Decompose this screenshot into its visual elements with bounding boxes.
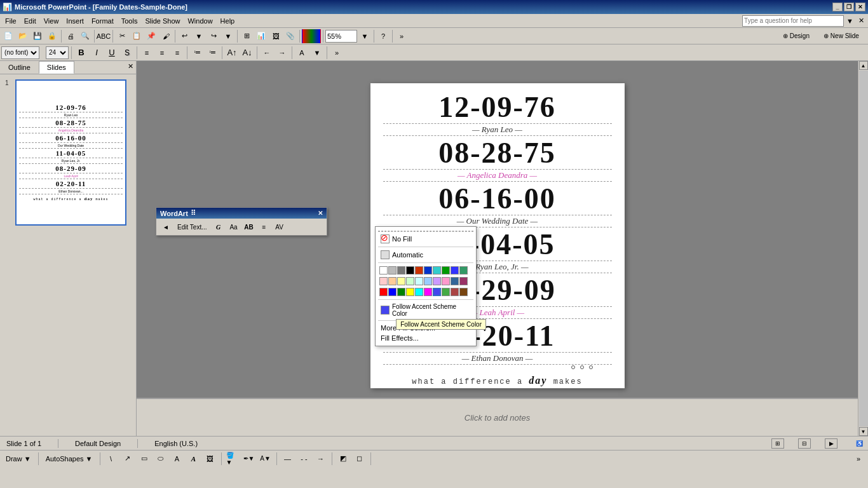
minimize-button[interactable]: _ <box>832 3 843 11</box>
menu-tools[interactable]: Tools <box>118 16 142 26</box>
scolor-2[interactable] <box>388 277 397 285</box>
preview-button[interactable]: 🔍 <box>78 29 92 43</box>
wordart-gallery-button[interactable]: G <box>212 220 226 233</box>
insert-picture-button[interactable]: 🖼 <box>269 29 283 43</box>
color-blue2[interactable] <box>451 266 459 274</box>
bold-button[interactable]: B <box>74 46 88 60</box>
save-button[interactable]: 💾 <box>31 29 44 43</box>
slide-thumbnail[interactable]: 12-09-76 Ryan Leo 08-28-75 Angelica Dean… <box>15 79 126 226</box>
font-color-btn2[interactable]: A▼ <box>259 452 273 466</box>
new-slide-button[interactable]: ⊕ New Slide <box>816 29 867 43</box>
acolor-10[interactable] <box>459 288 468 296</box>
clipart-tool[interactable]: 🖼 <box>203 452 217 466</box>
textbox-tool[interactable]: A <box>170 452 184 466</box>
acolor-2[interactable] <box>388 288 397 296</box>
expand-button[interactable]: » <box>851 452 865 466</box>
notes-area[interactable]: Click to add notes <box>137 398 858 436</box>
scolor-9[interactable] <box>451 277 459 285</box>
menu-format[interactable]: Format <box>88 16 118 26</box>
view-slidesorter-button[interactable]: ⊟ <box>798 438 811 449</box>
font-size-select[interactable]: 24 <box>46 46 69 59</box>
scolor-3[interactable] <box>397 277 405 285</box>
line-style-button[interactable]: — <box>281 452 295 466</box>
help-close-icon[interactable]: ✕ <box>858 17 864 25</box>
acolor-1[interactable] <box>379 288 388 296</box>
draw-button[interactable]: Draw ▼ <box>3 454 34 464</box>
paste-button[interactable]: 📌 <box>144 29 158 43</box>
undo-arrow-button[interactable]: ▼ <box>192 29 206 43</box>
wordart-close-button[interactable]: ✕ <box>318 210 323 217</box>
menu-window[interactable]: Window <box>184 16 216 26</box>
scolor-8[interactable] <box>442 277 450 285</box>
scolor-10[interactable] <box>459 277 468 285</box>
insert-chart-button[interactable]: 📊 <box>254 29 268 43</box>
acolor-6[interactable] <box>424 288 432 296</box>
insert-clip-button[interactable]: 📎 <box>283 29 297 43</box>
insert-table-button[interactable]: ⊞ <box>240 29 254 43</box>
print-button[interactable]: 🖨 <box>64 29 78 43</box>
copy-button[interactable]: 📋 <box>130 29 144 43</box>
menu-edit[interactable]: Edit <box>20 16 40 26</box>
menu-file[interactable]: File <box>1 16 20 26</box>
zoom-input[interactable] <box>325 30 357 43</box>
font-name-select[interactable]: (no font) <box>1 46 39 59</box>
menu-view[interactable]: View <box>40 16 63 26</box>
color-gray2[interactable] <box>397 266 405 274</box>
help-button[interactable]: ? <box>376 29 390 43</box>
oval-tool[interactable]: ⬭ <box>154 452 168 466</box>
no-fill-option[interactable]: ⊘ No Fill <box>378 233 473 245</box>
color-blue[interactable] <box>424 266 432 274</box>
wordart-vertical-button[interactable]: AV <box>273 220 287 233</box>
restore-button[interactable]: ❐ <box>844 3 854 11</box>
align-left-button[interactable]: ≡ <box>140 46 154 60</box>
scolor-4[interactable] <box>406 277 414 285</box>
side-panel-close-button[interactable]: ✕ <box>125 61 136 74</box>
zoom-dropdown[interactable]: ▼ <box>358 29 372 43</box>
demote-button[interactable]: → <box>275 46 289 60</box>
italic-button[interactable]: I <box>90 46 104 60</box>
acolor-3[interactable] <box>397 288 405 296</box>
menu-help[interactable]: Help <box>217 16 239 26</box>
open-button[interactable]: 📂 <box>16 29 30 43</box>
new-button[interactable]: 📄 <box>1 29 15 43</box>
help-search-input[interactable] <box>742 15 844 27</box>
wordart-spacing-button[interactable]: ≡ <box>257 220 271 233</box>
scroll-up-button[interactable]: ▲ <box>859 61 868 70</box>
menu-slideshow[interactable]: Slide Show <box>141 16 184 26</box>
decrease-font-button[interactable]: A↓ <box>240 46 254 60</box>
color-white[interactable] <box>379 266 388 274</box>
scolor-6[interactable] <box>424 277 432 285</box>
acolor-5[interactable] <box>415 288 423 296</box>
view-slideshow-button[interactable]: ▶ <box>825 438 837 449</box>
menu-insert[interactable]: Insert <box>62 16 88 26</box>
help-arrow[interactable]: ▼ <box>846 17 853 25</box>
permission-button[interactable]: 🔒 <box>45 29 59 43</box>
slide-thumb-1[interactable]: 1 12-09-76 Ryan Leo 08-28-75 Angelica De… <box>5 79 131 226</box>
view-normal-button[interactable]: ⊞ <box>771 438 784 449</box>
wordart-format-button[interactable]: Aa <box>227 220 241 233</box>
align-center-button[interactable]: ≡ <box>155 46 169 60</box>
fill-color-button[interactable]: 🪣▼ <box>226 452 240 466</box>
format-painter-button[interactable]: 🖌 <box>159 29 173 43</box>
more-button[interactable]: » <box>395 29 409 43</box>
font-color-button[interactable]: A <box>295 46 309 60</box>
color-black[interactable] <box>406 266 414 274</box>
scolor-5[interactable] <box>415 277 423 285</box>
acolor-4[interactable] <box>406 288 414 296</box>
color-red[interactable] <box>415 266 423 274</box>
line-color-button[interactable]: ✒▼ <box>242 452 256 466</box>
acolor-9[interactable] <box>451 288 459 296</box>
tab-slides[interactable]: Slides <box>39 61 74 74</box>
bullets-button[interactable]: ≔ <box>190 46 204 60</box>
autoshapes-button[interactable]: AutoShapes ▼ <box>43 454 96 464</box>
undo-button[interactable]: ↩ <box>177 29 191 43</box>
spell-button[interactable]: ABC <box>97 29 111 43</box>
3d-style-button[interactable]: ◻ <box>353 452 367 466</box>
acolor-7[interactable] <box>433 288 441 296</box>
scolor-1[interactable] <box>379 277 388 285</box>
promote-button[interactable]: ← <box>260 46 274 60</box>
font-color-dropdown[interactable]: ▼ <box>310 46 324 60</box>
color-gray1[interactable] <box>388 266 397 274</box>
underline-button[interactable]: U <box>105 46 119 60</box>
wordart-shape-button[interactable]: AB <box>242 220 256 233</box>
